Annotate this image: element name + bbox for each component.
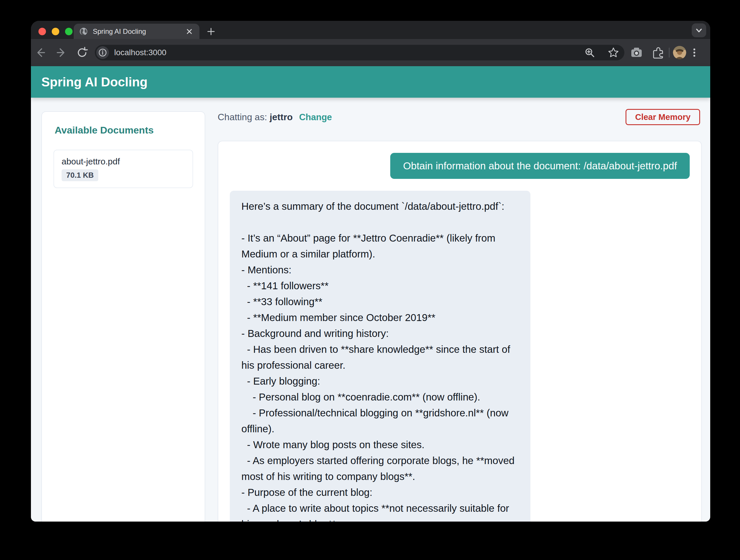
tab-strip: Spring AI Docling [31, 21, 710, 39]
available-documents-heading: Available Documents [55, 125, 193, 136]
zoom-window-button[interactable] [65, 28, 73, 35]
toolbar-divider [669, 48, 669, 58]
site-info-icon[interactable] [96, 46, 109, 59]
back-button[interactable] [32, 44, 49, 61]
chat-message-panel: Obtain information about the document: /… [218, 141, 702, 522]
browser-toolbar: localhost:3000 [31, 39, 710, 66]
tab-spring-ai-docling[interactable]: Spring AI Docling [74, 24, 199, 39]
app-header: Spring AI Docling [31, 66, 710, 98]
page-content: Available Documents about-jettro.pdf 70.… [31, 98, 710, 522]
assistant-message-bubble: Here’s a summary of the document `/data/… [230, 191, 531, 522]
browser-window: Spring AI Docling [31, 21, 710, 522]
document-size-badge: 70.1 KB [62, 169, 98, 181]
minimize-window-button[interactable] [52, 28, 59, 35]
chatting-as-text: Chatting as: jettroChange [218, 112, 332, 122]
document-name: about-jettro.pdf [62, 156, 185, 166]
reload-button[interactable] [74, 44, 90, 61]
browser-menu-kebab-icon[interactable] [686, 44, 703, 61]
globe-favicon-icon [79, 27, 88, 36]
available-documents-panel: Available Documents about-jettro.pdf 70.… [41, 111, 205, 522]
profile-avatar[interactable] [673, 46, 686, 59]
window-controls [38, 28, 73, 35]
new-tab-button[interactable] [204, 25, 218, 38]
app-title: Spring AI Docling [41, 75, 148, 89]
chatting-as-label: Chatting as: [218, 112, 267, 122]
tab-search-chevron-button[interactable] [692, 23, 706, 37]
address-bar[interactable]: localhost:3000 [95, 45, 624, 61]
chat-area: Chatting as: jettroChange Clear Memory O… [218, 98, 702, 522]
change-user-link[interactable]: Change [299, 112, 332, 122]
zoom-page-icon[interactable] [581, 44, 598, 61]
bookmark-star-icon[interactable] [605, 44, 622, 61]
clear-memory-button[interactable]: Clear Memory [626, 109, 700, 125]
url-text[interactable]: localhost:3000 [114, 48, 581, 57]
document-list-item[interactable]: about-jettro.pdf 70.1 KB [54, 150, 193, 188]
forward-button[interactable] [53, 44, 69, 61]
tab-title: Spring AI Docling [93, 27, 184, 35]
user-message-bubble: Obtain information about the document: /… [390, 153, 690, 179]
chat-topbar: Chatting as: jettroChange Clear Memory [218, 109, 702, 125]
tab-close-icon[interactable] [184, 27, 194, 36]
screenshot-camera-icon[interactable] [628, 44, 645, 61]
chat-username: jettro [270, 112, 293, 122]
close-window-button[interactable] [38, 28, 46, 35]
extensions-puzzle-icon[interactable] [649, 44, 665, 61]
